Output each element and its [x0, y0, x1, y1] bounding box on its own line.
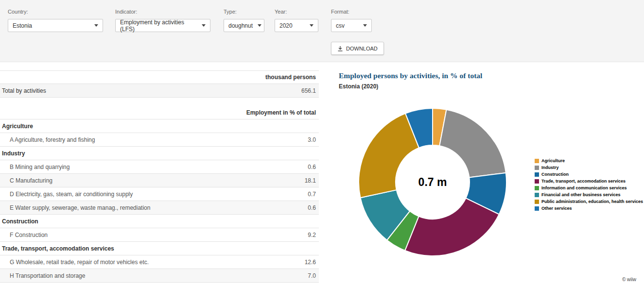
table-row: C Manufacturing18.1 [0, 174, 319, 187]
row-label: G Wholesale, retail trade, repair of mot… [10, 259, 149, 266]
table-row: A Agriculture, forestry and fishing3.0 [0, 133, 319, 147]
download-button[interactable]: DOWNLOAD [331, 42, 384, 55]
legend-label: Industry [541, 165, 559, 170]
legend-item[interactable]: Financial and other business services [535, 192, 643, 197]
row-value: 12.6 [305, 259, 316, 266]
table-section-header: Industry [0, 147, 319, 160]
type-select[interactable]: doughnut [224, 19, 264, 32]
legend-label: Agriculture [541, 158, 565, 163]
chart-legend: AgricultureIndustryConstructionTrade, tr… [535, 158, 643, 211]
row-value: 9.2 [308, 232, 316, 238]
legend-label: Construction [541, 172, 569, 177]
percent-header-row: Employment in % of total [0, 106, 319, 119]
format-select[interactable]: csv [331, 19, 372, 32]
table-row: G Wholesale, retail trade, repair of mot… [0, 255, 319, 269]
row-value: 0.6 [308, 164, 316, 170]
legend-label: Financial and other business services [541, 192, 621, 197]
legend-label: Information and communication services [541, 185, 627, 190]
donut-slice-2[interactable] [439, 110, 506, 178]
units-header-label: thousand persons [265, 74, 316, 81]
country-select-value: Estonia [13, 22, 32, 29]
year-select[interactable]: 2020 [275, 19, 318, 32]
section-title: Agriculture [2, 123, 33, 130]
year-filter: Year: 2020 [275, 9, 318, 32]
legend-swatch [535, 206, 539, 211]
indicator-label: Indicator: [115, 9, 210, 15]
legend-item[interactable]: Other services [535, 206, 643, 211]
legend-swatch [535, 159, 539, 163]
country-filter: Country: Estonia [8, 9, 103, 32]
total-row-value: 656.1 [301, 87, 316, 94]
legend-swatch [535, 179, 539, 184]
main-content: thousand persons Total by activities 656… [0, 62, 644, 286]
download-button-label: DOWNLOAD [346, 46, 378, 51]
row-value: 3.0 [308, 136, 316, 143]
format-label: Format: [331, 9, 372, 15]
legend-item[interactable]: Agriculture [535, 158, 643, 163]
legend-swatch [535, 172, 539, 177]
chevron-down-icon [310, 24, 313, 27]
legend-item[interactable]: Information and communication services [535, 185, 643, 190]
year-label: Year: [275, 9, 318, 15]
row-value: 0.6 [308, 204, 316, 211]
data-table: thousand persons Total by activities 656… [0, 62, 319, 286]
legend-swatch [535, 166, 539, 170]
section-title: Construction [2, 218, 38, 225]
type-select-value: doughnut [228, 22, 253, 29]
legend-swatch [535, 186, 539, 190]
table-section-header: Agriculture [0, 119, 319, 133]
chevron-down-icon [94, 24, 98, 27]
chevron-down-icon [363, 24, 367, 27]
legend-swatch [535, 200, 539, 204]
country-label: Country: [8, 9, 103, 15]
chart-subtitle: Estonia (2020) [339, 83, 378, 90]
legend-item[interactable]: Industry [535, 165, 643, 170]
row-value: 7.0 [308, 272, 316, 279]
type-label: Type: [224, 9, 264, 15]
legend-label: Public administration, education, health… [541, 199, 643, 204]
chevron-down-icon [258, 24, 261, 27]
indicator-select-value: Employment by activities (LFS) [120, 19, 197, 33]
indicator-select[interactable]: Employment by activities (LFS) [115, 19, 210, 32]
row-label: E Water supply, sewerage, waste manag., … [10, 204, 150, 211]
row-label: F Construction [10, 232, 48, 238]
download-icon [337, 46, 343, 51]
legend-swatch [535, 193, 539, 197]
table-sections: AgricultureA Agriculture, forestry and f… [0, 119, 319, 283]
total-row: Total by activities 656.1 [0, 84, 319, 98]
table-row: F Construction9.2 [0, 228, 319, 242]
row-label: C Manufacturing [10, 177, 52, 184]
section-title: Trade, transport, accomodation services [2, 245, 114, 252]
percent-header-label: Employment in % of total [246, 109, 316, 116]
country-select[interactable]: Estonia [8, 19, 103, 32]
table-spacer [0, 98, 319, 106]
chart-title: Employed persons by activities, in % of … [339, 71, 482, 80]
type-filter: Type: doughnut [224, 9, 264, 32]
row-value: 18.1 [305, 177, 316, 184]
legend-item[interactable]: Public administration, education, health… [535, 199, 643, 204]
row-label: D Electricity, gas, steam, air condition… [10, 191, 133, 198]
year-select-value: 2020 [279, 22, 293, 29]
table-row: D Electricity, gas, steam, air condition… [0, 187, 319, 201]
table-row: E Water supply, sewerage, waste manag., … [0, 201, 319, 215]
table-section-header: Construction [0, 215, 319, 228]
format-filter: Format: csv [331, 9, 372, 32]
legend-item[interactable]: Trade, transport, accomodation services [535, 179, 643, 184]
chart-panel: Employed persons by activities, in % of … [319, 62, 644, 286]
chart-credit: © wiiw [622, 277, 636, 282]
row-label: A Agriculture, forestry and fishing [10, 136, 95, 143]
section-title: Industry [2, 150, 25, 157]
units-header-row: thousand persons [0, 70, 319, 84]
table-row: H Transportation and storage7.0 [0, 269, 319, 283]
legend-item[interactable]: Construction [535, 172, 643, 177]
table-row: B Mining and quarrying0.6 [0, 160, 319, 174]
format-select-value: csv [336, 22, 345, 29]
row-value: 0.7 [308, 191, 316, 198]
chevron-down-icon [202, 24, 206, 27]
filter-bar: Country: Estonia Indicator: Employment b… [0, 0, 644, 62]
row-label: H Transportation and storage [10, 272, 85, 279]
legend-label: Other services [541, 206, 572, 211]
total-row-label: Total by activities [2, 87, 46, 94]
legend-label: Trade, transport, accomodation services [541, 179, 626, 184]
indicator-filter: Indicator: Employment by activities (LFS… [115, 9, 210, 32]
